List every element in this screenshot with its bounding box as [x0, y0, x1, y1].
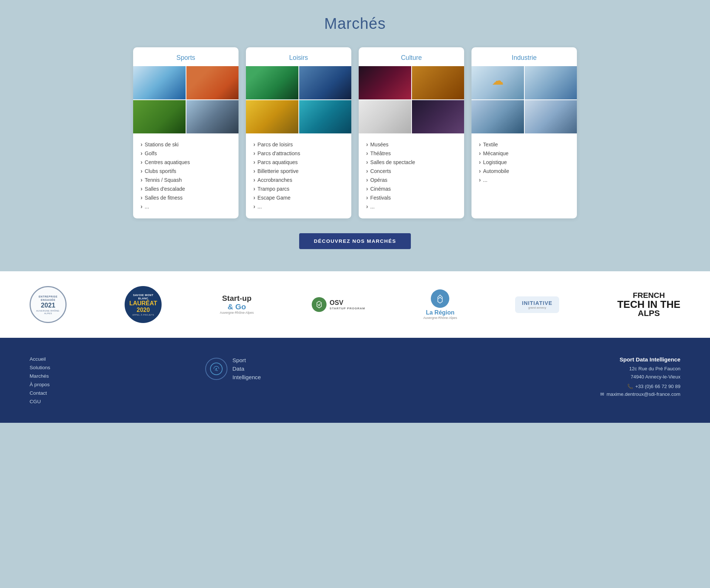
- loisirs-image-1: [246, 66, 298, 99]
- list-item: Textile: [479, 140, 569, 149]
- footer: Accueil Solutions Marchés À propos Conta…: [0, 338, 710, 423]
- footer-logo-sport: Sport: [233, 357, 246, 363]
- card-culture-images: [359, 66, 464, 133]
- french-tech-logo: FRENCH TECH IN THE ALPS: [617, 292, 680, 317]
- sports-image-4: [186, 100, 239, 133]
- list-item: Tennis / Squash: [141, 176, 231, 184]
- card-sports-images: [133, 66, 239, 133]
- footer-logo-data: Data: [233, 366, 244, 372]
- list-item: ...: [253, 202, 344, 211]
- startup-go-line2: & Go: [227, 302, 246, 311]
- sports-image-1: [133, 66, 186, 99]
- initiative-sub: grand annecy: [522, 306, 552, 309]
- industrie-image-2: [525, 66, 577, 99]
- region-logo: La Région Auvergne-Rhône-Alpes: [423, 289, 457, 320]
- osv-icon: [312, 297, 327, 312]
- osv-logo: OSV STARTUP PROGRAM: [312, 297, 365, 312]
- partner-osv: OSV STARTUP PROGRAM: [312, 297, 365, 312]
- footer-phone-number: +33 (0)6 66 72 90 89: [635, 384, 680, 389]
- footer-phone: 📞 +33 (0)6 66 72 90 89: [451, 384, 680, 389]
- industrie-image-4: [525, 100, 577, 133]
- footer-nav-accueil[interactable]: Accueil: [30, 356, 104, 362]
- list-item: ...: [479, 176, 569, 184]
- footer-email: ✉ maxime.dentroux@sdi-france.com: [451, 391, 680, 397]
- list-item: ...: [141, 202, 231, 211]
- list-item: Accrobranches: [253, 176, 344, 184]
- list-item: Clubs sportifs: [141, 167, 231, 176]
- card-industrie-title: Industrie: [471, 47, 577, 66]
- badge-laureate-bottom: APPEL À PROJETS: [132, 313, 154, 316]
- region-sub: Auvergne-Rhône-Alpes: [423, 316, 457, 320]
- list-item: ...: [366, 202, 457, 211]
- list-item: Cinémas: [366, 184, 457, 193]
- card-loisirs-title: Loisirs: [246, 47, 351, 66]
- loisirs-image-4: [299, 100, 352, 133]
- card-culture: Culture Musées Théâtres Salles de specta…: [359, 47, 464, 218]
- list-item: Escape Game: [253, 193, 344, 202]
- discover-marches-button[interactable]: DÉCOUVREZ NOS MARCHÉS: [299, 233, 411, 249]
- badge-laureate-top: Savoie Mont Blanc: [129, 293, 157, 300]
- initiative-logo: Initiative grand annecy: [515, 296, 559, 313]
- list-item: Salles de spectacle: [366, 158, 457, 167]
- culture-image-1: [359, 66, 411, 99]
- partner-region: La Région Auvergne-Rhône-Alpes: [423, 289, 457, 320]
- list-item: Festivals: [366, 193, 457, 202]
- footer-nav-solutions[interactable]: Solutions: [30, 365, 104, 370]
- loisirs-image-3: [246, 100, 298, 133]
- sports-image-3: [133, 100, 186, 133]
- french-tech-line3: ALPS: [638, 309, 660, 318]
- footer-logo-area: Sport Data Intelligence: [118, 356, 348, 381]
- footer-email-address: maxime.dentroux@sdi-france.com: [606, 391, 680, 397]
- footer-address2: 74940 Annecy-le-Vieux: [451, 373, 680, 381]
- list-item: Mécanique: [479, 149, 569, 158]
- card-sports: Sports Stations de ski Golfs Centres aqu…: [133, 47, 239, 218]
- footer-nav-contact[interactable]: Contact: [30, 390, 104, 396]
- footer-contact: Sport Data Intelligence 12c Rue du Pré F…: [451, 356, 680, 397]
- partner-initiative: Initiative grand annecy: [515, 296, 559, 313]
- badge-engaged-circle: ENTREPRISE ENGAGÉE 2021 AUVERGNE-RHÔNE-A…: [30, 286, 67, 323]
- list-item: Parcs de loisirs: [253, 140, 344, 149]
- loisirs-image-2: [299, 66, 352, 99]
- osv-sub: STARTUP PROGRAM: [329, 307, 365, 310]
- list-item: Concerts: [366, 167, 457, 176]
- startup-go-sub: Auvergne-Rhône-Alpes: [220, 311, 254, 315]
- footer-logo-text: Sport Data Intelligence: [233, 356, 261, 381]
- sports-image-2: [186, 66, 239, 99]
- list-item: Logistique: [479, 158, 569, 167]
- svg-point-1: [216, 368, 217, 370]
- list-item: Trampo parcs: [253, 184, 344, 193]
- list-item: Centres aquatiques: [141, 158, 231, 167]
- card-sports-list: Stations de ski Golfs Centres aquatiques…: [133, 140, 239, 211]
- card-industrie-images: [471, 66, 577, 133]
- page-title: Marchés: [22, 15, 688, 33]
- culture-image-4: [412, 100, 464, 133]
- industrie-image-3: [471, 100, 524, 133]
- industrie-image-1: [471, 66, 524, 99]
- footer-nav-apropos[interactable]: À propos: [30, 382, 104, 387]
- list-item: Stations de ski: [141, 140, 231, 149]
- list-item: Golfs: [141, 149, 231, 158]
- list-item: Salles d'escalade: [141, 184, 231, 193]
- cards-grid: Sports Stations de ski Golfs Centres aqu…: [133, 47, 577, 218]
- card-industrie-list: Textile Mécanique Logistique Automobile …: [471, 140, 577, 184]
- culture-image-2: [412, 66, 464, 99]
- card-industrie: Industrie Textile Mécanique Logistique A…: [471, 47, 577, 218]
- badge-laureate-circle: Savoie Mont Blanc LAURÉAT 2020 APPEL À P…: [125, 286, 162, 323]
- startup-go-logo: Start-up & Go Auvergne-Rhône-Alpes: [220, 294, 254, 315]
- list-item: Théâtres: [366, 149, 457, 158]
- card-loisirs-list: Parcs de loisirs Parcs d'attractions Par…: [246, 140, 351, 211]
- initiative-name: Initiative: [522, 300, 552, 306]
- phone-icon: 📞: [627, 384, 633, 389]
- french-tech-line1: FRENCH: [633, 291, 665, 299]
- card-loisirs: Loisirs Parcs de loisirs Parcs d'attract…: [246, 47, 351, 218]
- footer-company-name: Sport Data Intelligence: [451, 356, 680, 363]
- list-item: Parcs aquatiques: [253, 158, 344, 167]
- footer-nav-marches[interactable]: Marchés: [30, 373, 104, 379]
- french-tech-text: FRENCH TECH IN THE ALPS: [617, 292, 680, 317]
- list-item: Parcs d'attractions: [253, 149, 344, 158]
- footer-nav-cgu[interactable]: CGU: [30, 399, 104, 404]
- region-name: La Région: [426, 309, 454, 316]
- card-culture-title: Culture: [359, 47, 464, 66]
- culture-image-3: [359, 100, 411, 133]
- email-icon: ✉: [600, 391, 604, 397]
